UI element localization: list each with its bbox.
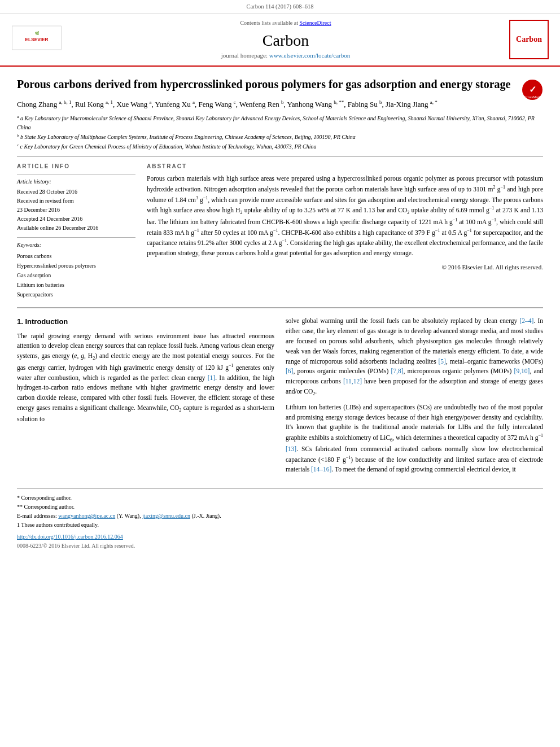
intro-para-1: The rapid growing energy demand with ser… — [17, 331, 274, 425]
email-1-link[interactable]: wangyanhong@ipe.ac.cn — [58, 513, 115, 519]
svg-text:🌿: 🌿 — [35, 31, 40, 36]
elsevier-logo: 🌿 ELSEVIER — [11, 24, 62, 55]
ref-14-16-link[interactable]: [14–16] — [311, 466, 331, 473]
affiliations: a a Key Laboratory for Macromolecular Sc… — [17, 114, 543, 151]
article-container: ✓ CrossMark Porous carbons derived from … — [0, 67, 560, 560]
page-wrapper: Carbon 114 (2017) 608–618 🌿 ELSEVIER Con… — [0, 0, 560, 560]
elsevier-svg: 🌿 ELSEVIER — [11, 24, 62, 52]
svg-text:CrossMark: CrossMark — [524, 95, 541, 99]
email-2-link[interactable]: jiaxing@snnu.edu.cn — [142, 513, 190, 519]
journal-header: 🌿 ELSEVIER Contents lists available at S… — [0, 14, 560, 67]
accepted-date: Accepted 24 December 2016 — [17, 215, 135, 224]
intro-heading: 1. Introduction — [17, 316, 274, 327]
crossmark-icon: ✓ CrossMark — [522, 79, 543, 101]
keyword-2: Hypercrosslinked porous polymers — [17, 261, 135, 270]
journal-title: Carbon — [62, 29, 509, 51]
journal-center: Contents lists available at ScienceDirec… — [62, 19, 509, 60]
abstract-title: ABSTRACT — [147, 163, 543, 171]
journal-citation: Carbon 114 (2017) 608–618 — [247, 3, 314, 10]
ref-5-link[interactable]: [5] — [439, 358, 446, 365]
body-col-right: solve global warming until the fossil fu… — [286, 316, 543, 479]
intro-para-2: solve global warming until the fossil fu… — [286, 316, 543, 397]
keywords-section: Keywords: Porous carbons Hypercrosslinke… — [17, 237, 135, 299]
ref-9-10-link[interactable]: [9,10] — [514, 368, 530, 374]
homepage-link[interactable]: www.elsevier.com/locate/carbon — [269, 52, 350, 59]
svg-text:ELSEVIER: ELSEVIER — [25, 37, 49, 42]
ref-1-link[interactable]: [1] — [208, 374, 215, 381]
footnote-corresponding-2: ** Corresponding author. — [17, 503, 543, 512]
affil-a: a a Key Laboratory for Macromolecular Sc… — [17, 114, 543, 131]
ref-7-8-link[interactable]: [7,8] — [391, 368, 403, 374]
keyword-5: Supercapacitors — [17, 290, 135, 299]
body-section: 1. Introduction The rapid growing energy… — [17, 316, 543, 479]
abstract-copyright: © 2016 Elsevier Ltd. All rights reserved… — [147, 263, 543, 272]
keywords-label: Keywords: — [17, 241, 135, 249]
contents-available: Contents lists available at ScienceDirec… — [62, 19, 509, 27]
keyword-4: Lithium ion batteries — [17, 280, 135, 290]
footnote-email: E-mail addresses: wangyanhong@ipe.ac.cn … — [17, 512, 543, 521]
divider-1 — [17, 156, 543, 157]
crossmark-container: ✓ CrossMark — [522, 79, 543, 103]
article-info-col: ARTICLE INFO Article history: Received 2… — [17, 163, 135, 299]
svg-text:✓: ✓ — [529, 85, 536, 94]
authors-line: Chong Zhang a, b, 1, Rui Kong a, 1, Xue … — [17, 98, 543, 111]
intro-para-3: Lithium ion batteries (LIBs) and superca… — [286, 403, 543, 475]
body-divider — [17, 307, 543, 308]
title-section: ✓ CrossMark Porous carbons derived from … — [17, 77, 543, 91]
available-date: Available online 26 December 2016 — [17, 224, 135, 233]
affil-b: b b State Key Laboratory of Multiphase C… — [17, 133, 543, 141]
history-label: Article history: — [17, 178, 135, 186]
paper-title: Porous carbons derived from hypercrossli… — [17, 77, 543, 91]
ref-13-link[interactable]: [13] — [286, 445, 296, 452]
body-col-left: 1. Introduction The rapid growing energy… — [17, 316, 274, 479]
received-date: Received 28 October 2016 — [17, 187, 135, 196]
article-info-title: ARTICLE INFO — [17, 163, 135, 171]
journal-logo-text: Carbon — [516, 34, 542, 45]
ref-2-4-link[interactable]: [2–4] — [519, 317, 533, 324]
doi-link[interactable]: http://dx.doi.org/10.1016/j.carbon.2016.… — [17, 534, 123, 540]
ref-11-12-link[interactable]: [11,12] — [343, 378, 362, 385]
footnote-equal: 1 These authors contributed equally. — [17, 521, 543, 530]
footnote-corresponding-1: * Corresponding author. — [17, 493, 543, 503]
footer-section: * Corresponding author. ** Corresponding… — [17, 488, 543, 550]
sciencedirect-link[interactable]: ScienceDirect — [299, 20, 331, 26]
journal-logo-right: Carbon — [509, 20, 549, 59]
info-abstract-section: ARTICLE INFO Article history: Received 2… — [17, 163, 543, 299]
article-history: Article history: Received 28 October 201… — [17, 174, 135, 233]
keyword-3: Gas adsorption — [17, 270, 135, 280]
doi-line: http://dx.doi.org/10.1016/j.carbon.2016.… — [17, 533, 543, 541]
abstract-text: Porous carbon materials with high surfac… — [147, 174, 543, 258]
revised-date: Received in revised form23 December 2016 — [17, 196, 135, 215]
issn-footer: 0008-6223/© 2016 Elsevier Ltd. All right… — [17, 542, 543, 550]
journal-homepage: journal homepage: www.elsevier.com/locat… — [62, 51, 509, 60]
affil-c: c c Key Laboratory for Green Chemical Pr… — [17, 142, 543, 151]
keyword-1: Porous carbons — [17, 251, 135, 261]
ref-6-link[interactable]: [6] — [286, 368, 293, 374]
journal-citation-line: Carbon 114 (2017) 608–618 — [0, 0, 560, 14]
abstract-col: ABSTRACT Porous carbon materials with hi… — [147, 163, 543, 299]
